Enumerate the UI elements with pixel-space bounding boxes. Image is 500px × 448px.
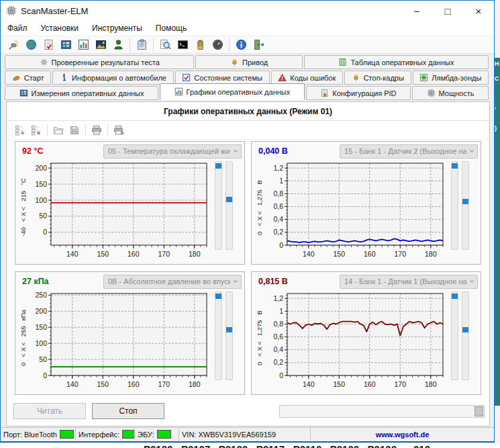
chart-panel-bottom-left: 27 кПа 0B - Абсолютное давление во впуск… [15,271,245,395]
scale-slider[interactable] [215,292,222,380]
print-icon [91,125,102,136]
svg-text:0: 0 [43,228,47,236]
background-text-fragment: ' [495,106,496,113]
report-toolbar-button[interactable] [40,37,57,53]
tab-strip: Проверенные результаты тестаПриводТаблиц… [1,54,494,100]
chart-plot: 140150160170180050100150200 [28,159,211,259]
info-toolbar-button[interactable] [232,37,250,53]
offset-slider-thumb[interactable] [462,199,468,204]
search-icon [160,39,171,50]
scale-slider[interactable] [215,161,222,250]
chevron-down-icon [230,147,241,155]
tree-add-button[interactable] [12,123,28,138]
globe-toolbar-button[interactable] [22,37,40,53]
svg-text:170: 170 [395,250,407,258]
connect-toolbar-button[interactable] [5,37,22,53]
export-button[interactable] [111,123,127,138]
tab-label: Мощность [439,89,474,97]
tab[interactable]: Таблица оперативных данных [304,55,489,69]
save-button[interactable] [66,123,83,138]
scale-slider-thumb[interactable] [452,163,458,169]
chart-header: 92 °C 05 - Температура охлаждающей жи [18,143,242,159]
clipboard-toolbar-button[interactable] [133,37,150,53]
close-button[interactable]: × [463,1,494,21]
maximize-button[interactable]: □ [432,1,463,21]
background-text-strip: P0100 P0107 P0100 P0117 P0110 P0100 P010… [0,443,500,448]
tree-remove-button[interactable] [28,123,44,138]
search-toolbar-button[interactable] [156,37,174,53]
port-led [60,430,74,439]
progress-thumb[interactable] [474,406,483,416]
menu-item[interactable]: Помощь [149,22,193,34]
svg-text:150: 150 [35,323,47,331]
offset-slider[interactable] [462,292,469,380]
menu-item[interactable]: Установки [34,22,85,34]
tab[interactable]: Коды ошибок [271,71,343,85]
svg-text:0: 0 [279,241,283,249]
toolbar-separator [229,38,230,52]
tab[interactable]: Измерения оперативных данных [5,86,158,100]
offset-slider[interactable] [462,161,469,250]
toolbar [1,36,494,54]
svg-text:200: 200 [35,164,47,172]
data-grid-toolbar-button[interactable] [57,37,74,53]
gauge-toolbar-button[interactable] [209,37,226,53]
minimize-button[interactable]: − [401,1,432,21]
open-button[interactable] [50,123,66,138]
tab[interactable]: Проверенные результаты теста [5,55,194,69]
statusbar: Порт: BlueTooth Интерфейс: ЭБУ: VIN: XWB… [1,427,494,441]
offset-slider-thumb[interactable] [226,197,232,202]
tab[interactable]: Конфигурация PID [306,86,411,100]
scale-slider-thumb[interactable] [215,163,221,169]
tab[interactable]: Графики оперативных данных [160,83,305,100]
scale-slider-thumb[interactable] [452,294,458,299]
tab[interactable]: Привод [195,55,302,69]
svg-text:0,8: 0,8 [273,189,283,197]
bar-chart-toolbar-button[interactable] [74,37,92,53]
pid-dropdown[interactable]: 15 - Банк 1 - Датчик 2 (Выходное на [340,144,478,159]
offset-slider[interactable] [226,292,233,380]
menu-item[interactable]: Инструменты [85,22,149,34]
print-button[interactable] [89,123,105,138]
svg-text:100: 100 [35,339,47,347]
tab[interactable]: Старт [5,71,51,85]
scale-slider[interactable] [451,161,458,250]
stop-button[interactable]: Стоп [92,403,164,419]
website-link[interactable]: www.wgsoft.de [376,431,430,439]
svg-text:140: 140 [303,380,315,388]
svg-text:0,4: 0,4 [273,215,283,223]
tab[interactable]: Лямбда-зонды [413,71,489,85]
status-website: www.wgsoft.de [311,428,494,441]
exit-toolbar-button[interactable] [250,37,267,53]
terminal-toolbar-button[interactable] [174,37,191,53]
user-toolbar-button[interactable] [109,37,127,53]
status-vin: VIN: XWB5V319VEA569159 [179,428,311,441]
tab-label: Старт [24,74,44,82]
tab[interactable]: Стоп-кадры [344,71,411,85]
tab[interactable]: Мощность [412,86,489,100]
offset-slider[interactable] [226,161,233,250]
svg-text:50: 50 [39,355,47,363]
menu-item[interactable]: Файл [1,22,34,34]
bar-chart-icon [174,87,183,96]
scale-slider[interactable] [451,292,458,380]
tab[interactable]: Информация о автомобиле [52,71,173,85]
tab[interactable]: Состояние системы [175,71,270,85]
pid-dropdown[interactable]: 05 - Температура охлаждающей жи [103,144,242,159]
syscheck-icon [182,73,191,82]
image-icon [95,39,107,50]
background-text-fragment: С [495,75,499,82]
read-button[interactable]: Читать [13,403,86,419]
pid-dropdown[interactable]: 0B - Абсолютное давление во впуск [103,275,242,289]
chart-current-value: 0,815 В [254,277,320,286]
offset-slider-thumb[interactable] [462,327,468,332]
info-i-icon [60,73,68,82]
svg-text:200: 200 [35,307,47,315]
chart-panel-top-left: 92 °C 05 - Температура охлаждающей жи -4… [15,141,245,265]
scale-slider-thumb[interactable] [215,294,221,299]
image-toolbar-button[interactable] [92,37,109,53]
pid-dropdown[interactable]: 14 - Банк 1 - Датчик 1 (Выходное на [340,275,478,289]
battery-toolbar-button[interactable] [191,37,209,53]
offset-slider-thumb[interactable] [226,327,232,332]
svg-text:1: 1 [279,307,283,315]
